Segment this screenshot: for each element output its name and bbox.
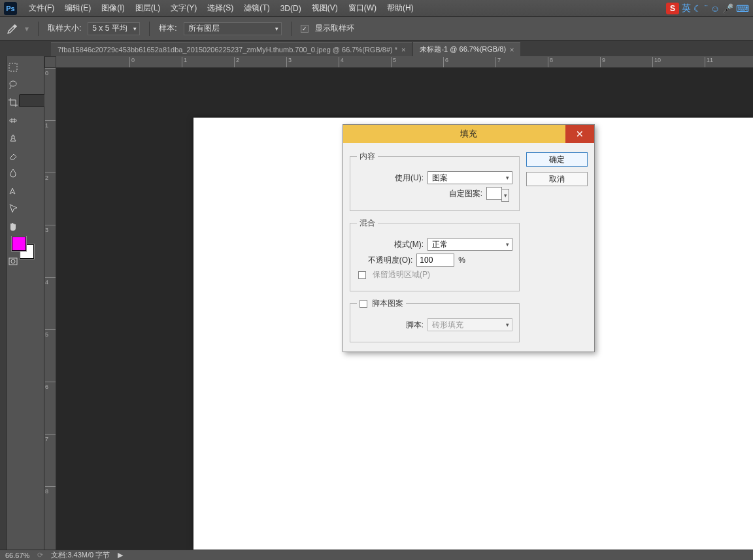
tab-label: 7fba15846c20729c453bb61652a81dba_2015020… (58, 46, 397, 54)
doc-size-value: 3.43M/0 字节 (67, 551, 110, 559)
preserve-transparency-label: 保留透明区域(P) (373, 269, 430, 280)
ruler-tick: 11 (705, 57, 713, 67)
document-tab-1[interactable]: 7fba15846c20729c453bb61652a81dba_2015020… (51, 42, 412, 56)
script-group: 脚本图案 脚本: 砖形填充 (350, 298, 520, 342)
ime-lang[interactable]: 英 (682, 3, 691, 14)
tab-close-icon[interactable]: × (401, 46, 405, 54)
lasso-tool-icon[interactable] (8, 76, 18, 93)
doc-size-label: 文档: (51, 551, 67, 559)
menu-type[interactable]: 文字(Y) (165, 3, 202, 14)
script-label: 脚本: (406, 320, 424, 331)
menu-3d[interactable]: 3D(D) (275, 4, 307, 13)
show-ring-checkbox[interactable]: ✓ (301, 25, 309, 33)
menu-window[interactable]: 窗口(W) (343, 3, 382, 14)
horizontal-ruler[interactable]: 0 1 2 3 4 5 6 7 8 9 10 11 (56, 56, 753, 68)
show-ring-label: 显示取样环 (315, 23, 354, 34)
menu-help[interactable]: 帮助(H) (382, 3, 419, 14)
sample-select[interactable]: 所有图层 (184, 22, 282, 35)
status-sync-icon[interactable]: ⟳ (37, 551, 43, 559)
ruler-tick: 2 (234, 57, 239, 67)
sample-size-label: 取样大小: (48, 23, 81, 34)
ruler-tick: 6 (45, 382, 56, 390)
eyedropper-tool-icon[interactable] (7, 23, 18, 35)
ruler-corner (44, 56, 56, 68)
healing-brush-tool-icon[interactable] (8, 112, 18, 129)
menu-image[interactable]: 图像(I) (96, 3, 129, 14)
dialog-titlebar[interactable]: 填充 ✕ (343, 125, 594, 143)
svg-rect-0 (9, 63, 17, 71)
ruler-tick: 5 (391, 57, 396, 67)
menu-filter[interactable]: 滤镜(T) (239, 3, 275, 14)
ime-badge-icon[interactable]: S (666, 3, 679, 14)
smile-icon[interactable]: ☺ (711, 3, 720, 14)
svg-rect-3 (10, 120, 16, 122)
ruler-tick: 6 (443, 57, 448, 67)
use-select[interactable]: 图案 (427, 171, 512, 184)
vertical-ruler[interactable]: 0 1 2 3 4 5 6 7 8 (44, 68, 56, 550)
ruler-tick: 7 (495, 57, 501, 67)
foreground-color-swatch[interactable] (12, 237, 26, 251)
ruler-tick: 1 (45, 120, 56, 129)
ruler-tick: 8 (548, 57, 553, 67)
script-select: 砖形填充 (427, 318, 512, 331)
script-group-label: 脚本图案 (372, 299, 403, 308)
blend-group: 混合 模式(M): 正常 不透明度(O): % 保留透明区域(P) (350, 218, 520, 291)
svg-point-11 (11, 259, 15, 263)
menu-edit[interactable]: 编辑(E) (59, 3, 96, 14)
svg-point-1 (10, 81, 16, 86)
ruler-tick: 3 (286, 57, 292, 67)
moon-icon[interactable]: ☾ (694, 3, 702, 14)
menu-select[interactable]: 选择(S) (202, 3, 239, 14)
dialog-close-button[interactable]: ✕ (565, 125, 594, 143)
opacity-unit: % (458, 255, 465, 265)
pen-tool-icon[interactable] (8, 182, 18, 199)
app-logo: Ps (4, 2, 17, 15)
pattern-picker[interactable] (486, 187, 502, 200)
sample-size-select[interactable]: 5 x 5 平均 (88, 22, 140, 35)
blur-tool-icon[interactable] (8, 165, 18, 182)
document-tabs: 7fba15846c20729c453bb61652a81dba_2015020… (0, 41, 753, 56)
ruler-tick: 10 (652, 57, 661, 67)
status-bar: 66.67% ⟳ 文档:3.43M/0 字节 ▶ (0, 550, 753, 560)
eraser-tool-icon[interactable] (8, 147, 18, 164)
blend-group-label: 混合 (357, 218, 378, 229)
ruler-tick: 0 (45, 68, 56, 76)
ruler-tick: 8 (45, 486, 56, 495)
ok-button[interactable]: 确定 (526, 152, 588, 167)
script-pattern-checkbox[interactable] (360, 300, 367, 308)
options-bar: ▾ 取样大小: 5 x 5 平均 样本: 所有图层 ✓ 显示取样环 (0, 17, 753, 41)
zoom-level[interactable]: 66.67% (5, 552, 29, 559)
cancel-button[interactable]: 取消 (526, 172, 588, 186)
custom-pattern-label: 自定图案: (449, 188, 482, 199)
status-menu-arrow-icon[interactable]: ▶ (118, 551, 123, 559)
ruler-tick: 1 (182, 57, 187, 67)
tab-close-icon[interactable]: × (510, 46, 514, 54)
dialog-title: 填充 (460, 128, 477, 140)
menu-layer[interactable]: 图层(L) (130, 3, 166, 14)
opacity-input[interactable] (416, 254, 454, 267)
ruler-tick: 4 (45, 277, 56, 286)
menu-view[interactable]: 视图(V) (307, 3, 343, 14)
content-group-label: 内容 (357, 151, 378, 162)
preserve-transparency-checkbox[interactable] (358, 271, 366, 279)
ruler-tick: 2 (45, 173, 56, 181)
dots-icon[interactable]: ¨ (705, 3, 708, 14)
crop-tool-icon[interactable] (8, 94, 18, 111)
ruler-tick: 9 (600, 57, 605, 67)
opacity-label: 不透明度(O): (368, 255, 413, 266)
sample-label: 样本: (159, 23, 176, 34)
ruler-tick: 4 (339, 57, 344, 67)
document-tab-2[interactable]: 未标题-1 @ 66.7%(RGB/8) × (413, 42, 520, 56)
mic-icon[interactable]: 🎤 (722, 3, 733, 14)
menu-file[interactable]: 文件(F) (24, 3, 59, 14)
tab-label: 未标题-1 @ 66.7%(RGB/8) (420, 44, 506, 54)
keyboard-icon[interactable]: ⌨ (736, 3, 749, 14)
path-selection-tool-icon[interactable] (8, 200, 18, 217)
clone-stamp-tool-icon[interactable] (8, 129, 18, 146)
hand-tool-icon[interactable] (8, 218, 18, 235)
ruler-tick: 0 (129, 57, 135, 67)
mode-label: 模式(M): (394, 239, 424, 250)
marquee-tool-icon[interactable] (8, 59, 18, 76)
mode-select[interactable]: 正常 (427, 238, 512, 251)
panel-collapse-handle[interactable] (0, 56, 7, 550)
